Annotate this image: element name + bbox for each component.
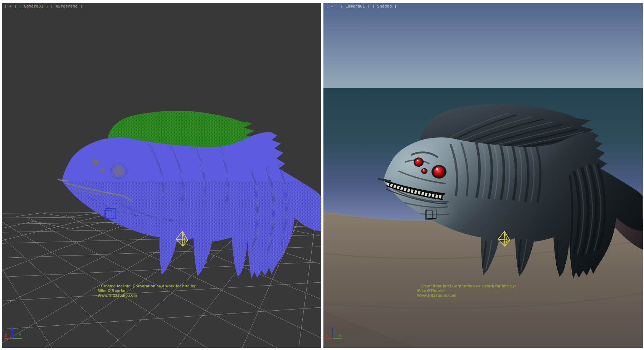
axis-y-label: Y bbox=[19, 333, 21, 337]
viewport-wireframe[interactable]: [ + ] [ Camera01 ] [ Wireframe ] Created… bbox=[2, 3, 321, 348]
fish-model-wireframe[interactable] bbox=[58, 111, 321, 278]
scene-credit-text: Created for Intel Corporation as a work … bbox=[98, 284, 197, 298]
credit-line-1: Created for Intel Corporation as a work … bbox=[417, 284, 516, 288]
credit-line-1: Created for Intel Corporation as a work … bbox=[98, 284, 197, 288]
credit-line-2: Mike O'Rourke bbox=[98, 288, 197, 293]
viewport-shaded[interactable]: [ + ] [ Camera01 ] [ Shaded ] Created fo… bbox=[323, 3, 643, 348]
viewport-label-shaded[interactable]: [ + ] [ Camera01 ] [ Shaded ] bbox=[326, 4, 397, 9]
axis-z-label: z bbox=[331, 327, 333, 331]
scene-credit-text: Created for Intel Corporation as a work … bbox=[417, 284, 516, 298]
axis-y-label: y bbox=[339, 333, 341, 337]
credit-line-2: Mike O'Rourke bbox=[417, 288, 516, 293]
viewport-label-wireframe[interactable]: [ + ] [ Camera01 ] [ Wireframe ] bbox=[4, 4, 82, 9]
world-axis-tripod: X Y Z bbox=[3, 325, 25, 344]
axis-x-label: X bbox=[5, 334, 7, 337]
axis-z-label: Z bbox=[11, 327, 13, 331]
world-axis-tripod: x y z bbox=[324, 325, 347, 344]
credit-line-3: Www.fritzstudio.com bbox=[98, 293, 197, 298]
axis-x-label: x bbox=[326, 334, 328, 337]
credit-line-3: Www.fritzstudio.com bbox=[417, 293, 516, 298]
